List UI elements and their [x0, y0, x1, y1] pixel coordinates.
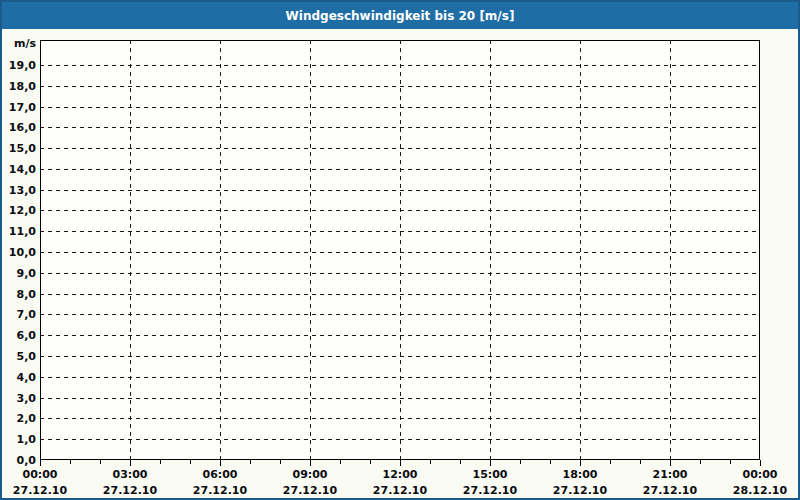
x-axis-major-tick [40, 460, 41, 466]
x-axis-time-label: 00:00 [742, 469, 777, 480]
x-axis-date-label: 27.12.10 [103, 485, 157, 496]
x-axis-time-label: 18:00 [562, 469, 597, 480]
x-axis-major-tick [220, 460, 221, 466]
x-axis-major-tick [580, 460, 581, 466]
chart-canvas: m/s 0,01,02,03,04,05,06,07,08,09,010,011… [2, 29, 798, 498]
y-axis-tick-label: 0,0 [2, 455, 36, 466]
x-axis-date-label: 27.12.10 [193, 485, 247, 496]
chart-title-bar: Windgeschwindigkeit bis 20 [m/s] [2, 2, 798, 29]
chart-window: Windgeschwindigkeit bis 20 [m/s] m/s 0,0… [0, 0, 800, 500]
y-axis-tick-label: 1,0 [2, 434, 36, 445]
x-axis-minor-tick [190, 460, 191, 464]
x-axis-major-tick [130, 460, 131, 466]
x-axis-date-label: 27.12.10 [553, 485, 607, 496]
y-axis-tick-label: 11,0 [2, 226, 36, 237]
x-axis-minor-tick [250, 460, 251, 464]
x-axis-date-label: 27.12.10 [643, 485, 697, 496]
x-axis-minor-tick [340, 460, 341, 464]
y-axis-tick-label: 8,0 [2, 289, 36, 300]
x-axis-time-label: 21:00 [652, 469, 687, 480]
y-axis-tick-label: 16,0 [2, 122, 36, 133]
x-gridline [490, 40, 491, 460]
y-axis-tick-label: 6,0 [2, 330, 36, 341]
x-axis-major-tick [760, 460, 761, 466]
x-axis-minor-tick [700, 460, 701, 464]
y-axis-tick-label: 12,0 [2, 205, 36, 216]
x-axis-minor-tick [430, 460, 431, 464]
x-axis-major-tick [310, 460, 311, 466]
x-axis-minor-tick [460, 460, 461, 464]
x-axis-minor-tick [550, 460, 551, 464]
y-axis-tick-label: 7,0 [2, 309, 36, 320]
y-axis-tick-label: 19,0 [2, 60, 36, 71]
x-axis-major-tick [400, 460, 401, 466]
x-gridline [220, 40, 221, 460]
x-axis-date-label: 27.12.10 [13, 485, 67, 496]
x-gridline [130, 40, 131, 460]
x-axis-minor-tick [640, 460, 641, 464]
chart-title: Windgeschwindigkeit bis 20 [m/s] [286, 10, 515, 22]
y-axis-tick-label: 13,0 [2, 185, 36, 196]
y-axis-tick-label: 4,0 [2, 372, 36, 383]
x-axis-minor-tick [610, 460, 611, 464]
x-axis-date-label: 27.12.10 [463, 485, 517, 496]
x-axis-date-label: 27.12.10 [283, 485, 337, 496]
y-axis-tick-label: 2,0 [2, 413, 36, 424]
x-axis-date-label: 28.12.10 [733, 485, 787, 496]
x-axis-time-label: 03:00 [112, 469, 147, 480]
x-gridline [310, 40, 311, 460]
x-gridline [670, 40, 671, 460]
y-axis-tick-label: 9,0 [2, 268, 36, 279]
x-axis-time-label: 06:00 [202, 469, 237, 480]
x-axis-time-label: 09:00 [292, 469, 327, 480]
y-axis-tick-label: 10,0 [2, 247, 36, 258]
x-axis-time-label: 12:00 [382, 469, 417, 480]
x-axis-minor-tick [520, 460, 521, 464]
x-axis-major-tick [490, 460, 491, 466]
x-axis-minor-tick [160, 460, 161, 464]
y-axis-tick-label: 14,0 [2, 164, 36, 175]
y-axis-tick-label: 3,0 [2, 393, 36, 404]
x-axis-minor-tick [370, 460, 371, 464]
x-axis-date-label: 27.12.10 [373, 485, 427, 496]
y-axis-unit-label: m/s [2, 38, 36, 49]
x-axis-major-tick [670, 460, 671, 466]
y-axis-tick-label: 5,0 [2, 351, 36, 362]
x-axis-minor-tick [70, 460, 71, 464]
y-axis-tick-label: 18,0 [2, 81, 36, 92]
y-axis-tick-label: 17,0 [2, 102, 36, 113]
x-axis-time-label: 00:00 [22, 469, 57, 480]
x-axis-minor-tick [730, 460, 731, 464]
x-axis-minor-tick [100, 460, 101, 464]
x-gridline [400, 40, 401, 460]
x-gridline [580, 40, 581, 460]
x-axis-time-label: 15:00 [472, 469, 507, 480]
x-axis-minor-tick [280, 460, 281, 464]
y-axis-tick-label: 15,0 [2, 143, 36, 154]
